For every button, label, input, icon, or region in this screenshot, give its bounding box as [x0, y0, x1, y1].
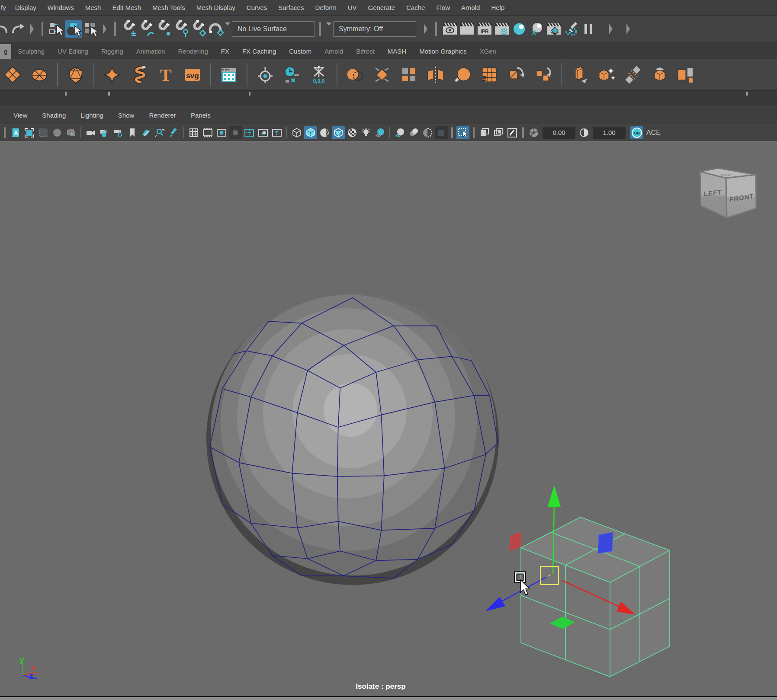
expand-chevron-icon[interactable]	[608, 22, 613, 35]
shelf-tab-motion-graphics[interactable]: Motion Graphics	[413, 44, 473, 59]
polygon-disc-icon[interactable]	[29, 65, 49, 85]
polygon-helix-icon[interactable]	[129, 65, 149, 85]
toolbar-grip[interactable]	[4, 127, 6, 138]
gate-mask-icon[interactable]	[229, 126, 242, 139]
select-component-icon[interactable]	[82, 20, 100, 38]
open-render-view-icon[interactable]	[441, 20, 459, 38]
grease-pencil-icon[interactable]	[167, 126, 180, 139]
camera-frame-icon[interactable]	[23, 126, 36, 139]
menu-generate[interactable]: Generate	[362, 4, 401, 11]
image-plane-icon[interactable]	[140, 126, 153, 139]
pane-handle[interactable]	[65, 92, 67, 96]
expand-chevron-icon[interactable]	[423, 22, 428, 35]
render-current-frame-icon[interactable]	[459, 20, 476, 38]
pane-handle[interactable]	[108, 92, 110, 96]
hypershade-icon[interactable]	[511, 20, 528, 38]
pause-viewport-icon[interactable]	[580, 20, 597, 38]
use-default-material-icon[interactable]	[346, 126, 359, 139]
paint-effects-settings-icon[interactable]	[562, 20, 580, 38]
safe-title-icon[interactable]: T	[270, 126, 283, 139]
menu-arnold[interactable]: Arnold	[456, 4, 485, 11]
exposure-icon[interactable]	[527, 126, 540, 139]
color-management-toggle[interactable]: ON	[630, 126, 643, 139]
wireframe-mode-icon[interactable]	[290, 126, 303, 139]
menu-mesh-tools[interactable]: Mesh Tools	[147, 4, 191, 11]
expand-chevron-icon[interactable]	[29, 22, 35, 35]
image-stack-icon[interactable]	[64, 126, 77, 139]
menu-windows[interactable]: Windows	[42, 4, 80, 11]
camera-settings-icon[interactable]	[112, 126, 125, 139]
menu-modify-partial[interactable]: fy	[0, 4, 10, 11]
menu-cache[interactable]: Cache	[401, 4, 430, 11]
view-cube[interactable]: TOP LEFT FRONT	[700, 168, 756, 218]
snap-to-grid-icon[interactable]	[120, 20, 138, 38]
menu-surfaces[interactable]: Surfaces	[273, 4, 309, 11]
menu-uv[interactable]: UV	[342, 4, 363, 11]
lighting-icon[interactable]	[360, 126, 372, 139]
set-key-clock-icon[interactable]	[282, 65, 302, 85]
platonic-solid-icon[interactable]	[66, 65, 86, 85]
dropdown-caret-icon[interactable]	[224, 20, 232, 38]
toolbar-grip[interactable]	[522, 127, 524, 138]
undo-icon[interactable]	[0, 20, 10, 38]
svg-import-icon[interactable]: svg	[183, 65, 202, 85]
panel-menu-lighting[interactable]: Lighting	[73, 112, 111, 119]
polygon-star-icon[interactable]	[102, 65, 122, 85]
shelf-tab-sculpting[interactable]: Sculpting	[11, 44, 51, 59]
panel-menu-shading[interactable]: Shading	[35, 112, 73, 119]
toolbar-grip[interactable]	[473, 127, 475, 138]
field-chart-icon[interactable]	[243, 126, 256, 139]
contrast-field[interactable]: 1.00	[593, 127, 626, 139]
shelf-tab-uv-editing[interactable]: UV Editing	[51, 44, 95, 59]
smooth-icon[interactable]	[453, 65, 472, 85]
uv-editor-icon[interactable]	[219, 65, 239, 85]
rotate-cw-icon[interactable]	[506, 65, 526, 85]
snap-to-view-plane-icon[interactable]	[189, 20, 207, 38]
mirror-icon[interactable]	[426, 65, 446, 85]
boolean-union-icon[interactable]	[345, 65, 365, 85]
menu-flow[interactable]: Flow	[430, 4, 456, 11]
pane-handle[interactable]	[249, 92, 250, 96]
toolbar-grip[interactable]	[114, 22, 116, 36]
shaded-mode-icon[interactable]	[304, 126, 317, 139]
expand-chevron-icon[interactable]	[626, 22, 631, 35]
menu-deform[interactable]: Deform	[309, 4, 342, 11]
expand-chevron-icon[interactable]	[102, 22, 107, 35]
render-settings-icon[interactable]	[493, 20, 511, 38]
select-hierarchy-icon[interactable]	[48, 20, 65, 38]
render-layers-icon[interactable]	[545, 20, 562, 38]
exposure-field[interactable]: 0.00	[543, 127, 575, 139]
make-live-icon[interactable]	[207, 20, 224, 38]
anti-alias-icon[interactable]	[421, 126, 434, 139]
paste-panel-icon[interactable]	[492, 126, 505, 139]
yz-plane-handle[interactable]	[510, 532, 521, 551]
toolbar-grip[interactable]	[42, 22, 43, 36]
redo-icon[interactable]	[10, 20, 27, 38]
poly-cube[interactable]	[521, 517, 670, 677]
wireframe-on-shaded-icon[interactable]	[318, 126, 331, 139]
unwrap-icon[interactable]	[650, 65, 670, 85]
shelf-tab-animation[interactable]: Animation	[130, 44, 172, 59]
render-setup-icon[interactable]: X	[528, 20, 545, 38]
grid-icon[interactable]	[187, 126, 200, 139]
color-wheel-icon[interactable]	[51, 126, 64, 139]
panel-menu-view[interactable]: View	[6, 112, 35, 119]
freeze-transformations-icon[interactable]: 0,0,0	[309, 65, 329, 85]
shelf-tab-bifrost[interactable]: Bifrost	[350, 44, 381, 59]
colorspace-label[interactable]: ACE	[646, 129, 661, 137]
combine-icon[interactable]	[372, 65, 392, 85]
safe-action-icon[interactable]	[257, 126, 270, 139]
film-gate-icon[interactable]	[201, 126, 214, 139]
resolution-gate-icon[interactable]	[215, 126, 228, 139]
attribute-book-icon[interactable]: A	[9, 126, 22, 139]
dashed-region-icon[interactable]	[37, 126, 50, 139]
panel-menu-panels[interactable]: Panels	[183, 112, 218, 119]
menu-curves[interactable]: Curves	[241, 4, 273, 11]
copy-panel-icon[interactable]	[478, 126, 491, 139]
snap-to-projected-center-icon[interactable]	[172, 20, 189, 38]
shelf-tab-fx-caching[interactable]: FX Caching	[236, 44, 283, 59]
xy-plane-handle[interactable]	[598, 532, 613, 553]
viewport-persp[interactable]: TOP LEFT FRONT y x z Isolate : persp	[0, 141, 777, 696]
camera-icon[interactable]	[84, 126, 97, 139]
isolate-select-icon[interactable]	[456, 126, 469, 139]
